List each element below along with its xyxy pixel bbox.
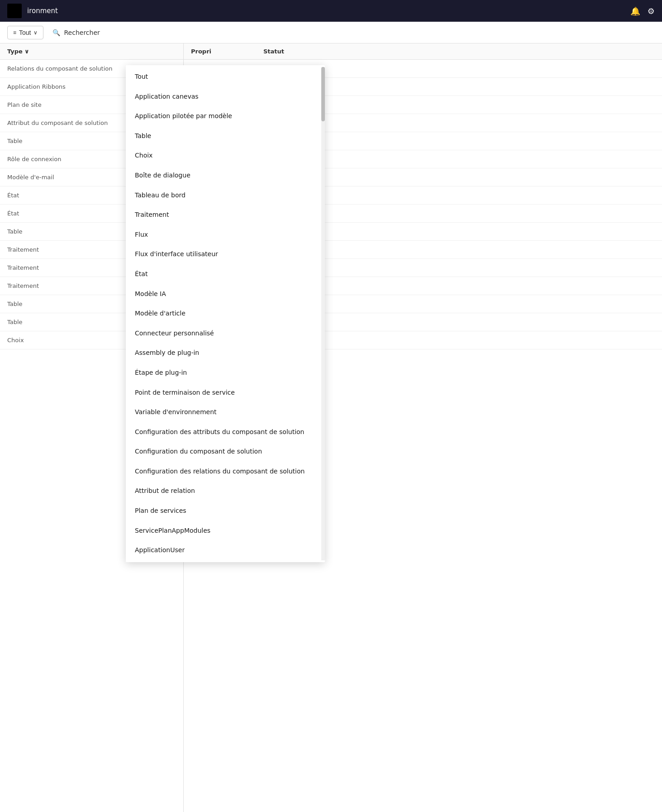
dropdown-item[interactable]: Boîte de dialogue — [126, 166, 325, 186]
main-container: Type ∨ Relations du composant de solutio… — [0, 43, 662, 812]
dropdown-item[interactable]: Application canevas — [126, 87, 325, 107]
header-title: ironment — [27, 7, 58, 15]
filter-icon: ≡ — [13, 29, 16, 36]
dropdown-item[interactable]: ApplicationUser — [126, 540, 325, 560]
type-header-label: Type ∨ — [7, 48, 29, 55]
dropdown-item[interactable]: Modèle IA — [126, 284, 325, 304]
search-button[interactable]: 🔍 Rechercher — [47, 26, 105, 39]
dropdown-item[interactable]: ServicePlanAppModules — [126, 521, 325, 541]
dropdown-item[interactable]: Assembly de plug-in — [126, 343, 325, 363]
dropdown-items-container: ToutApplication canevasApplication pilot… — [126, 67, 325, 560]
right-column-headers: Propri Statut — [184, 43, 662, 60]
scrollbar-track[interactable] — [321, 67, 325, 560]
dropdown-menu: ToutApplication canevasApplication pilot… — [126, 65, 325, 562]
dropdown-item[interactable]: Configuration du composant de solution — [126, 442, 325, 462]
bell-icon[interactable]: 🔔 — [630, 6, 640, 16]
dropdown-item[interactable]: Traitement — [126, 205, 325, 225]
dropdown-item[interactable]: Choix — [126, 146, 325, 166]
dropdown-item[interactable]: Plan de services — [126, 501, 325, 521]
dropdown-item[interactable]: Table — [126, 126, 325, 146]
filter-button[interactable]: ≡ Tout ∨ — [7, 26, 43, 39]
dropdown-item[interactable]: Variable d'environnement — [126, 402, 325, 422]
dropdown-item[interactable]: Étape de plug-in — [126, 363, 325, 383]
search-label: Rechercher — [64, 29, 100, 36]
dropdown-item[interactable]: Attribut de relation — [126, 481, 325, 501]
search-icon: 🔍 — [52, 29, 60, 36]
propri-header: Propri — [191, 48, 263, 55]
statut-header: Statut — [263, 48, 336, 55]
type-chevron-icon: ∨ — [24, 48, 29, 55]
chevron-down-icon: ∨ — [33, 29, 38, 36]
dropdown-item[interactable]: Modèle d'article — [126, 304, 325, 324]
app-header: ironment 🔔 ⚙ — [0, 0, 662, 22]
dropdown-item[interactable]: Flux d'interface utilisateur — [126, 244, 325, 264]
dropdown-item[interactable]: Configuration des attributs du composant… — [126, 422, 325, 442]
dropdown-item[interactable]: Point de terminaison de service — [126, 383, 325, 403]
header-right: 🔔 ⚙ — [630, 6, 655, 16]
dropdown-item[interactable]: Tout — [126, 67, 325, 87]
dropdown-item[interactable]: Application pilotée par modèle — [126, 106, 325, 126]
settings-icon[interactable]: ⚙ — [648, 6, 655, 16]
dropdown-item[interactable]: Connecteur personnalisé — [126, 324, 325, 344]
app-logo — [7, 4, 22, 18]
type-column-header: Type ∨ — [0, 43, 183, 60]
header-left: ironment — [7, 4, 58, 18]
dropdown-item[interactable]: État — [126, 264, 325, 284]
filter-label: Tout — [19, 29, 31, 36]
dropdown-item[interactable]: Flux — [126, 225, 325, 245]
scrollbar-thumb[interactable] — [321, 67, 325, 121]
dropdown-item[interactable]: Tableau de bord — [126, 186, 325, 205]
dropdown-item[interactable]: Configuration des relations du composant… — [126, 462, 325, 482]
toolbar: ≡ Tout ∨ 🔍 Rechercher — [0, 22, 662, 43]
